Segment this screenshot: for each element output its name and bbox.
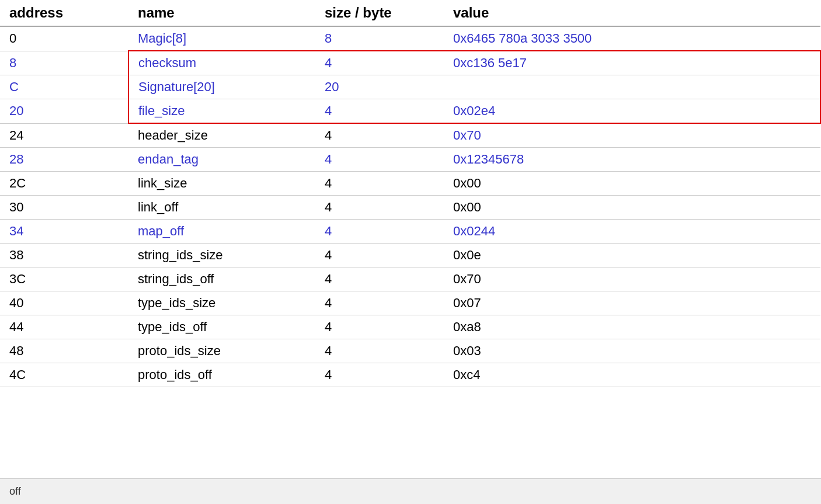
cell-value: 0x6465 780a 3033 3500: [444, 26, 820, 51]
table-header: address name size / byte value: [0, 0, 820, 26]
cell-value: 0x0e: [444, 244, 820, 267]
cell-value: 0xc136 5e17: [444, 51, 820, 75]
cell-value: 0x0244: [444, 220, 820, 244]
header-size: size / byte: [315, 0, 444, 26]
cell-size: 4: [315, 315, 444, 339]
cell-address: 24: [0, 123, 128, 148]
table-row: 48proto_ids_size40x03: [0, 339, 820, 363]
table-row: 34map_off40x0244: [0, 220, 820, 244]
cell-address: 3C: [0, 267, 128, 291]
header-address: address: [0, 0, 128, 26]
table-row: 28endan_tag40x12345678: [0, 148, 820, 172]
cell-size: 4: [315, 172, 444, 196]
cell-name: Signature[20]: [128, 75, 315, 99]
cell-size: 8: [315, 26, 444, 51]
table-row: 44type_ids_off40xa8: [0, 315, 820, 339]
header-name: name: [128, 0, 315, 26]
cell-value: 0xc4: [444, 363, 820, 387]
table-row: 4Cproto_ids_off40xc4: [0, 363, 820, 387]
cell-value: 0x70: [444, 267, 820, 291]
cell-value: 0xa8: [444, 315, 820, 339]
table-row: 24header_size40x70: [0, 123, 820, 148]
cell-name: string_ids_size: [128, 244, 315, 267]
cell-size: 4: [315, 51, 444, 75]
cell-name: endan_tag: [128, 148, 315, 172]
cell-value: 0x03: [444, 339, 820, 363]
cell-size: 4: [315, 99, 444, 124]
cell-size: 4: [315, 196, 444, 220]
cell-size: 4: [315, 363, 444, 387]
cell-size: 4: [315, 123, 444, 148]
cell-name: proto_ids_off: [128, 363, 315, 387]
header-value: value: [444, 0, 820, 26]
cell-value: 0x12345678: [444, 148, 820, 172]
cell-address: 38: [0, 244, 128, 267]
cell-address: 0: [0, 26, 128, 51]
table-row: 0Magic[8]80x6465 780a 3033 3500: [0, 26, 820, 51]
cell-size: 4: [315, 339, 444, 363]
cell-address: C: [0, 75, 128, 99]
table-row: CSignature[20]20: [0, 75, 820, 99]
bottom-bar: off: [0, 478, 821, 504]
cell-name: map_off: [128, 220, 315, 244]
cell-name: header_size: [128, 123, 315, 148]
cell-name: Magic[8]: [128, 26, 315, 51]
bottom-label: off: [9, 485, 21, 498]
cell-size: 4: [315, 244, 444, 267]
cell-address: 30: [0, 196, 128, 220]
cell-value: 0x07: [444, 291, 820, 315]
cell-address: 2C: [0, 172, 128, 196]
cell-address: 28: [0, 148, 128, 172]
cell-size: 4: [315, 148, 444, 172]
table-row: 40type_ids_size40x07: [0, 291, 820, 315]
cell-name: link_size: [128, 172, 315, 196]
table-row: 2Clink_size40x00: [0, 172, 820, 196]
cell-name: checksum: [128, 51, 315, 75]
table-row: 3Cstring_ids_off40x70: [0, 267, 820, 291]
cell-name: proto_ids_size: [128, 339, 315, 363]
cell-name: file_size: [128, 99, 315, 124]
cell-address: 44: [0, 315, 128, 339]
table-row: 30link_off40x00: [0, 196, 820, 220]
cell-address: 40: [0, 291, 128, 315]
table-row: 20file_size40x02e4: [0, 99, 820, 124]
cell-name: link_off: [128, 196, 315, 220]
cell-size: 4: [315, 220, 444, 244]
cell-value: 0x00: [444, 172, 820, 196]
cell-address: 34: [0, 220, 128, 244]
cell-address: 4C: [0, 363, 128, 387]
cell-value: 0x00: [444, 196, 820, 220]
table-row: 8checksum40xc136 5e17: [0, 51, 820, 75]
cell-address: 8: [0, 51, 128, 75]
cell-address: 48: [0, 339, 128, 363]
cell-size: 20: [315, 75, 444, 99]
cell-size: 4: [315, 291, 444, 315]
cell-value: [444, 75, 820, 99]
data-table: address name size / byte value 0Magic[8]…: [0, 0, 821, 387]
cell-name: type_ids_size: [128, 291, 315, 315]
cell-value: 0x70: [444, 123, 820, 148]
cell-name: type_ids_off: [128, 315, 315, 339]
cell-name: string_ids_off: [128, 267, 315, 291]
cell-value: 0x02e4: [444, 99, 820, 124]
cell-address: 20: [0, 99, 128, 124]
cell-size: 4: [315, 267, 444, 291]
table-row: 38string_ids_size40x0e: [0, 244, 820, 267]
